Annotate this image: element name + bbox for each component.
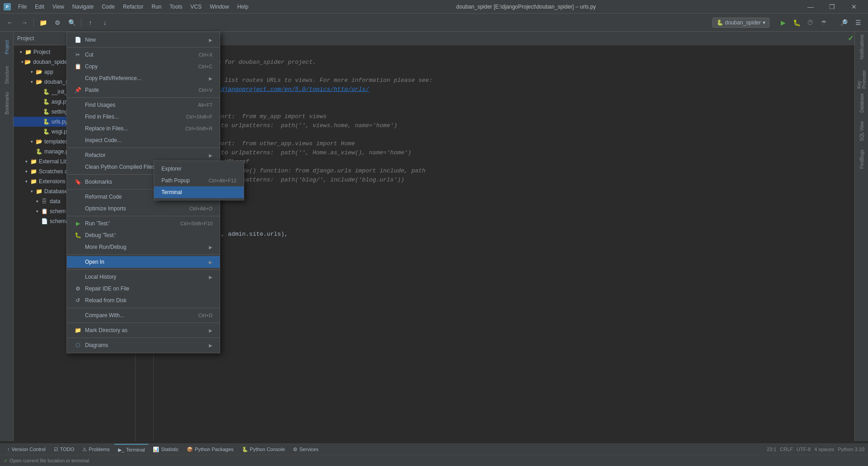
toolbar-settings-btn[interactable]: ⚙ <box>51 16 64 29</box>
ctx-repair-ide[interactable]: ⚙ Repair IDE on File <box>67 283 220 295</box>
submenu-label: Path Popup <box>161 177 190 184</box>
ctx-diagrams[interactable]: ⬡ Diagrams ▶ <box>67 339 220 351</box>
panel-findbugs[interactable]: FindBugs <box>856 146 867 173</box>
ctx-debug-test[interactable]: 🐛 Debug 'Test:' <box>67 229 220 241</box>
menu-refactor[interactable]: Refactor <box>119 2 147 12</box>
toolbar-forward-btn[interactable]: → <box>18 16 31 29</box>
folder-icon: 📂 <box>35 78 42 86</box>
menu-vcs[interactable]: VCS <box>187 2 205 12</box>
ctx-more-run[interactable]: More Run/Debug ▶ <box>67 241 220 253</box>
ctx-sep <box>67 47 220 48</box>
tree-label: urls.py <box>52 119 67 125</box>
minimize-button[interactable]: — <box>800 0 821 14</box>
status-terminal[interactable]: ▶_ Terminal <box>114 444 149 455</box>
ctx-reload[interactable]: ↺ Reload from Disk <box>67 295 220 306</box>
submenu-arrow: ▶ <box>209 343 212 348</box>
toolbar-more-btn[interactable]: ☰ <box>852 16 864 29</box>
toolbar-search-everywhere-btn[interactable]: 🔎 <box>837 16 850 29</box>
tree-arrow: ▾ <box>23 179 30 184</box>
status-services[interactable]: ⚙ Services <box>289 444 322 455</box>
coverage-button[interactable]: ☂ <box>817 16 830 29</box>
ctx-label: Optimize Imports <box>85 205 126 212</box>
submenu-shortcut: Ctrl+Alt+F12 <box>208 178 236 183</box>
toolbar-folder-btn[interactable]: 📁 <box>37 16 49 29</box>
toolbar-search-btn[interactable]: 🔍 <box>66 16 78 29</box>
ctx-copy[interactable]: 📋 Copy Ctrl+C <box>67 61 220 72</box>
ctx-refactor[interactable]: Refactor ▶ <box>67 149 220 161</box>
panel-notifications[interactable]: Notifications <box>856 33 867 61</box>
menu-view[interactable]: View <box>49 2 68 12</box>
ctx-local-history[interactable]: Local History ▶ <box>67 271 220 283</box>
ctx-optimize[interactable]: Optimize Imports Ctrl+Alt+O <box>67 203 220 214</box>
panel-project[interactable]: Project <box>1 33 12 61</box>
panel-structure[interactable]: Structure <box>1 62 12 89</box>
ctx-label: New <box>85 37 96 43</box>
menu-file[interactable]: File <box>14 2 30 12</box>
ctx-label: Repair IDE on File <box>85 285 129 292</box>
menu-code[interactable]: Code <box>98 2 118 12</box>
close-button[interactable]: ✕ <box>844 0 864 14</box>
repair-icon: ⚙ <box>74 285 81 292</box>
tree-arrow: ▾ <box>28 189 35 194</box>
tree-label: Project <box>33 49 50 55</box>
ctx-replace-files[interactable]: Replace in Files... Ctrl+Shift+R <box>67 123 220 134</box>
run-button[interactable]: ▶ <box>777 16 789 29</box>
panel-key-promoter[interactable]: Key Promoter <box>856 62 867 89</box>
ctx-shortcut: Ctrl+D <box>198 313 212 318</box>
status-problems[interactable]: ⚠ Problems <box>79 444 113 455</box>
panel-sql-view[interactable]: SQL View <box>856 118 867 145</box>
ctx-cut[interactable]: ✂ Cut Ctrl+X <box>67 49 220 61</box>
ctx-sep <box>67 254 220 255</box>
maximize-button[interactable]: ❐ <box>822 0 843 14</box>
profile-button[interactable]: ⏱ <box>804 16 816 29</box>
toolbar-vcs-btn[interactable]: ↑ <box>84 16 97 29</box>
ctx-copy-path[interactable]: Copy Path/Reference... ▶ <box>67 72 220 84</box>
menu-tools[interactable]: Tools <box>166 2 186 12</box>
py-file-icon: 🐍 <box>42 108 50 115</box>
ctx-paste[interactable]: 📌 Paste Ctrl+V <box>67 84 220 96</box>
file-icon: 📄 <box>41 218 48 225</box>
debug-button[interactable]: 🐛 <box>790 16 803 29</box>
status-todo[interactable]: ☑ TODO <box>50 444 78 455</box>
status-python-packages[interactable]: 📦 Python Packages <box>183 444 237 455</box>
editor-tabs: 🐍 urls.py ✕ <box>136 32 854 45</box>
toolbar-back-btn[interactable]: ← <box>4 16 16 29</box>
ctx-sep <box>67 216 220 216</box>
ctx-find-usages[interactable]: Find Usages Alt+F7 <box>67 99 220 111</box>
ctx-compare[interactable]: Compare With... Ctrl+D <box>67 309 220 321</box>
project-root-icon: 📁 <box>24 48 32 56</box>
status-python-console[interactable]: 🐍 Python Console <box>238 444 289 455</box>
todo-icon: ☑ <box>54 447 58 452</box>
ctx-run-test[interactable]: ▶ Run 'Test:' Ctrl+Shift+F10 <box>67 218 220 229</box>
toolbar-vcs-pull-btn[interactable]: ↓ <box>99 16 111 29</box>
ctx-sep <box>67 147 220 148</box>
menu-navigate[interactable]: Navigate <box>69 2 97 12</box>
menu-run[interactable]: Run <box>148 2 165 12</box>
code-editor[interactable]: """ URL configuration for douban_spider … <box>154 45 854 441</box>
ctx-find-files[interactable]: Find in Files... Ctrl+Shift+F <box>67 111 220 123</box>
mark-icon: 📁 <box>74 327 81 334</box>
panel-database[interactable]: Database <box>856 90 867 117</box>
menu-window[interactable]: Window <box>206 2 233 12</box>
tree-label: Extensions <box>39 178 66 185</box>
submenu-terminal[interactable]: Terminal <box>154 186 244 198</box>
project-selector[interactable]: 🐍 douban_spider ▾ <box>712 18 769 28</box>
submenu-path-popup[interactable]: Path Popup Ctrl+Alt+F12 <box>154 175 244 186</box>
ctx-label: Find Usages <box>85 102 115 108</box>
ctx-new[interactable]: 📄 New ▶ <box>67 34 220 46</box>
toolbar-sep-1 <box>33 18 34 27</box>
panel-bookmarks[interactable]: Bookmarks <box>1 90 12 117</box>
ctx-mark-dir[interactable]: 📁 Mark Directory as ▶ <box>67 324 220 336</box>
status-statistic[interactable]: 📊 Statistic <box>149 444 182 455</box>
ctx-shortcut: Alt+F7 <box>198 102 212 108</box>
status-version-control[interactable]: ↑ Version Control <box>4 444 49 455</box>
submenu-explorer[interactable]: Explorer <box>154 163 244 175</box>
menu-edit[interactable]: Edit <box>31 2 48 12</box>
status-right: 23:1 CRLF UTF-8 4 spaces Python 3.10 <box>767 447 864 452</box>
py-file-icon: 🐍 <box>42 128 50 135</box>
ctx-inspect[interactable]: Inspect Code... <box>67 134 220 146</box>
menu-help[interactable]: Help <box>234 2 252 12</box>
ctx-open-in[interactable]: Open In ▶ <box>67 256 220 268</box>
submenu-label: Terminal <box>161 189 182 195</box>
ctx-label: Replace in Files... <box>85 125 128 132</box>
